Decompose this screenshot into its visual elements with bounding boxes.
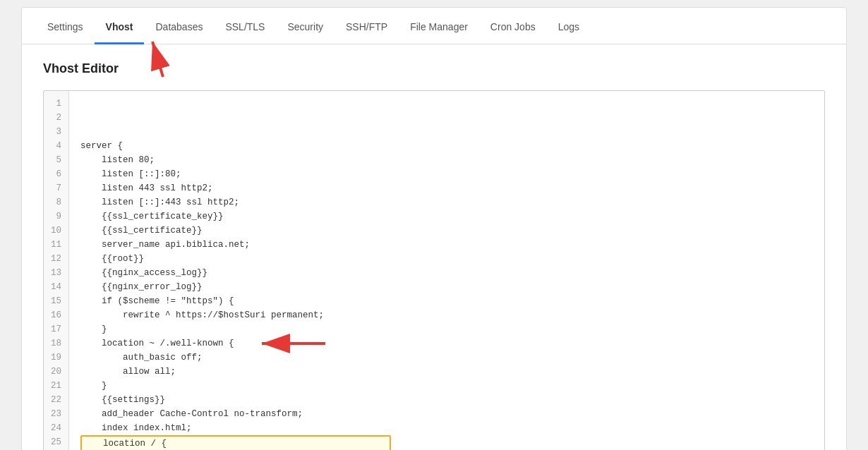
tabs-bar: SettingsVhostDatabasesSSL/TLSSecuritySSH… [22,8,846,44]
tab-vhost[interactable]: Vhost [95,11,145,44]
code-line-27: index index.html; [80,421,813,435]
code-line-8: server_name api.biblica.net; [80,238,813,252]
code-line-19: auth_basic off; [80,351,813,365]
tab-ssl-tls[interactable]: SSL/TLS [214,11,276,44]
code-line-14: if ($scheme != "https") { [80,294,813,308]
code-line-16: } [80,322,813,336]
page-title: Vhost Editor [43,61,825,76]
code-line-9: {{root}} [80,252,813,266]
code-line-12: {{nginx_error_log}} [80,280,813,294]
code-line-2: listen 80; [80,153,813,167]
code-line-11: {{nginx_access_log}} [80,266,813,280]
code-line-3: listen [::]:80; [80,167,813,181]
code-line-7: {{ssl_certificate}} [80,224,813,238]
tab-logs[interactable]: Logs [547,11,591,44]
code-line-4: listen 443 ssl http2; [80,181,813,195]
content-area: Vhost Editor 123456789101112131415161718… [22,44,846,450]
tab-cron-jobs[interactable]: Cron Jobs [479,11,547,44]
code-line-23: {{settings}} [80,393,813,407]
tab-file-manager[interactable]: File Manager [399,11,479,44]
code-content[interactable]: server { listen 80; listen [::]:80; list… [69,91,824,450]
tab-security[interactable]: Security [276,11,334,44]
code-line-6: {{ssl_certificate_key}} [80,209,813,224]
code-line-20: allow all; [80,365,813,379]
code-line-29: location / { [82,437,390,450]
code-line-1: server { [80,139,813,153]
code-line-21: } [80,379,813,393]
code-editor[interactable]: 1234567891011121314151617181920212223242… [43,90,825,450]
code-line-25: add_header Cache-Control no-transform; [80,407,813,421]
tab-settings[interactable]: Settings [36,11,95,44]
main-container: SettingsVhostDatabasesSSL/TLSSecuritySSH… [21,7,847,450]
editor-content: 1234567891011121314151617181920212223242… [44,91,824,450]
line-numbers: 1234567891011121314151617181920212223242… [44,91,69,450]
tab-databases[interactable]: Databases [144,11,214,44]
highlighted-block: location / { proxy_pass {{reverse_proxy_… [80,435,391,450]
code-line-15: rewrite ^ https://$hostSuri permanent; [80,308,813,322]
code-line-5: listen [::]:443 ssl http2; [80,195,813,209]
code-line-18: location ~ /.well-known { [80,336,813,351]
tab-ssh-ftp[interactable]: SSH/FTP [334,11,399,44]
